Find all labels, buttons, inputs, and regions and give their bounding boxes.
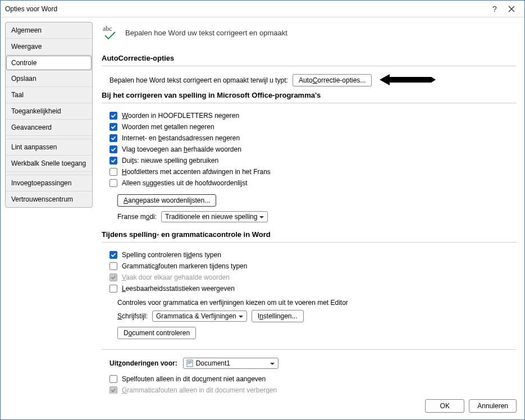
spelling-word-check-row-0: Spelling controleren tijdens typen xyxy=(102,249,517,261)
sidebar: Algemeen Weergave Controle Opslaan Taal … xyxy=(5,22,93,208)
sidebar-item-lint-aanpassen[interactable]: Lint aanpassen xyxy=(6,139,92,156)
section-spelling-office-title: Bij het corrigeren van spelling in Micro… xyxy=(102,91,517,99)
sidebar-item-label: Algemeen xyxy=(11,26,42,34)
cancel-button[interactable]: Annuleren xyxy=(469,399,517,413)
spelling-office-checkbox-6[interactable] xyxy=(109,179,117,187)
autocorrect-row: Bepalen hoe Word tekst corrigeert en opm… xyxy=(109,73,517,88)
spelling-word-checkbox-3[interactable] xyxy=(109,285,117,293)
french-modes-select[interactable]: Traditionele en nieuwe spelling xyxy=(161,211,268,222)
exceptions-check-label-0: Spelfouten alleen in dit document niet a… xyxy=(122,375,266,383)
exceptions-check-row-1: Grammaticafouten alleen in dit document … xyxy=(102,385,517,394)
document-icon xyxy=(186,359,194,367)
sidebar-item-weergave[interactable]: Weergave xyxy=(6,39,92,55)
settings-button[interactable]: Instellingen... xyxy=(252,310,304,322)
sidebar-item-invoegtoepassingen[interactable]: Invoegtoepassingen xyxy=(6,175,92,191)
spelling-office-check-label-5: Hoofdletters met accenten afdwingen in h… xyxy=(122,168,271,176)
sidebar-item-label: Invoegtoepassingen xyxy=(11,179,71,187)
sidebar-item-label: Geavanceerd xyxy=(11,124,52,131)
custom-dictionaries-button[interactable]: Aangepaste woordenlijsten... xyxy=(117,194,216,207)
spelling-word-check-label-0: Spelling controleren tijdens typen xyxy=(122,251,221,259)
close-icon xyxy=(508,6,515,12)
content: abc Bepalen hoe Word uw tekst corrigeert… xyxy=(102,22,519,394)
sidebar-item-label: Weergave xyxy=(11,43,42,51)
sidebar-item-label: Taal xyxy=(11,91,24,99)
spelling-word-check-label-3: Leesbaarheidsstatistieken weergeven xyxy=(122,285,235,293)
sidebar-item-algemeen[interactable]: Algemeen xyxy=(6,22,92,39)
sidebar-item-label: Opslaan xyxy=(11,75,36,83)
svg-text:abc: abc xyxy=(103,25,112,33)
spelling-office-checkbox-5[interactable] xyxy=(109,168,117,176)
sidebar-item-label: Vertrouwenscentrum xyxy=(11,195,73,203)
autocorrect-desc: Bepalen hoe Word tekst corrigeert en opm… xyxy=(109,76,288,84)
svg-rect-3 xyxy=(188,362,191,363)
exceptions-check-row-0: Spelfouten alleen in dit document niet a… xyxy=(102,373,517,385)
proofing-icon: abc xyxy=(102,24,120,42)
spelling-office-check-row-3: Vlag toevoegen aan herhaalde woorden xyxy=(102,144,517,155)
section-spelling-word-title: Tijdens spelling- en grammaticacontrole … xyxy=(102,230,517,239)
spelling-office-check-row-6: Alleen suggesties uit de hoofdwoordenlij… xyxy=(102,177,517,189)
section-autocorrect-title: AutoCorrectie-opties xyxy=(102,54,517,62)
exceptions-label: Uitzonderingen voor: xyxy=(109,359,177,367)
sidebar-item-werkbalk[interactable]: Werkbalk Snelle toegang xyxy=(6,156,92,172)
spelling-office-checkbox-4[interactable] xyxy=(109,157,117,165)
spelling-office-check-label-4: Duits: nieuwe spelling gebruiken xyxy=(122,157,218,165)
spelling-office-check-row-5: Hoofdletters met accenten afdwingen in h… xyxy=(102,166,517,177)
exceptions-check-label-1: Grammaticafouten alleen in dit document … xyxy=(122,386,277,394)
svg-rect-2 xyxy=(188,361,191,362)
spelling-office-checkbox-1[interactable] xyxy=(109,123,117,131)
sidebar-item-label: Werkbalk Snelle toegang xyxy=(11,159,86,167)
spelling-office-check-row-4: Duits: nieuwe spelling gebruiken xyxy=(102,155,517,166)
spelling-word-check-row-3: Leesbaarheidsstatistieken weergeven xyxy=(102,283,517,294)
dialog-title: Opties voor Word xyxy=(5,5,486,13)
exceptions-checkbox-0[interactable] xyxy=(109,375,117,383)
help-button[interactable]: ? xyxy=(486,1,503,17)
exceptions-document-select[interactable]: Document1 xyxy=(183,358,279,369)
custom-dictionaries-row: Aangepaste woordenlijsten... xyxy=(109,192,517,210)
spelling-office-checkbox-0[interactable] xyxy=(109,112,117,120)
spelling-word-checkbox-0[interactable] xyxy=(109,251,117,259)
spelling-word-checkbox-1[interactable] xyxy=(109,262,117,270)
spelling-office-check-label-3: Vlag toevoegen aan herhaalde woorden xyxy=(122,145,241,153)
writing-style-label: Schrijfstijl: xyxy=(117,312,148,320)
spelling-office-checkbox-3[interactable] xyxy=(109,145,117,153)
hero-text: Bepalen hoe Word uw tekst corrigeert en … xyxy=(125,29,287,37)
spelling-word-checkbox-2 xyxy=(109,273,117,281)
spelling-word-check-row-2: Vaak door elkaar gehaalde woorden xyxy=(102,272,517,283)
spelling-word-check-label-2: Vaak door elkaar gehaalde woorden xyxy=(122,273,230,281)
spelling-office-check-label-1: Woorden met getallen negeren xyxy=(122,123,214,131)
grammar-refine-desc: Controles voor grammatica en verfijninge… xyxy=(117,299,348,307)
autocorrect-options-button[interactable]: AutoCorrectie-opties... xyxy=(293,74,372,86)
spelling-office-check-label-2: Internet- en bestandsadressen negeren xyxy=(122,134,240,142)
sidebar-item-vertrouwenscentrum[interactable]: Vertrouwenscentrum xyxy=(6,191,92,207)
spelling-office-check-row-0: Woorden in HOOFDLETTERS negeren xyxy=(102,110,517,121)
titlebar: Opties voor Word ? xyxy=(1,1,524,17)
spelling-office-checkbox-2[interactable] xyxy=(109,134,117,142)
spelling-office-check-row-2: Internet- en bestandsadressen negeren xyxy=(102,133,517,144)
svg-rect-4 xyxy=(188,363,190,364)
spelling-word-check-label-1: Grammaticafouten markeren tijdens typen xyxy=(122,262,247,270)
spelling-word-check-row-1: Grammaticafouten markeren tijdens typen xyxy=(102,261,517,272)
sidebar-item-toegankelijkheid[interactable]: Toegankelijkheid xyxy=(6,103,92,120)
sidebar-item-opslaan[interactable]: Opslaan xyxy=(6,71,92,87)
writing-style-select[interactable]: Grammatica & Verfijningen xyxy=(152,311,247,322)
spelling-office-check-row-1: Woorden met getallen negeren xyxy=(102,121,517,133)
recheck-document-button[interactable]: Document controleren xyxy=(117,327,196,339)
close-button[interactable] xyxy=(503,1,520,17)
hero: abc Bepalen hoe Word uw tekst corrigeert… xyxy=(102,22,517,52)
spelling-office-check-label-6: Alleen suggesties uit de hoofdwoordenlij… xyxy=(122,179,248,187)
sidebar-item-geavanceerd[interactable]: Geavanceerd xyxy=(6,120,92,136)
sidebar-item-label: Toegankelijkheid xyxy=(11,107,61,115)
sidebar-item-label: Controle xyxy=(11,59,36,67)
french-modes-label: Franse modi: xyxy=(117,213,157,221)
footer: OK Annuleren xyxy=(1,394,524,419)
ok-button[interactable]: OK xyxy=(425,399,464,413)
exceptions-checkbox-1 xyxy=(109,386,117,394)
sidebar-item-controle[interactable]: Controle xyxy=(6,56,92,70)
spelling-office-check-label-0: Woorden in HOOFDLETTERS negeren xyxy=(122,112,239,120)
sidebar-item-taal[interactable]: Taal xyxy=(6,87,92,103)
sidebar-item-label: Lint aanpassen xyxy=(11,143,57,151)
